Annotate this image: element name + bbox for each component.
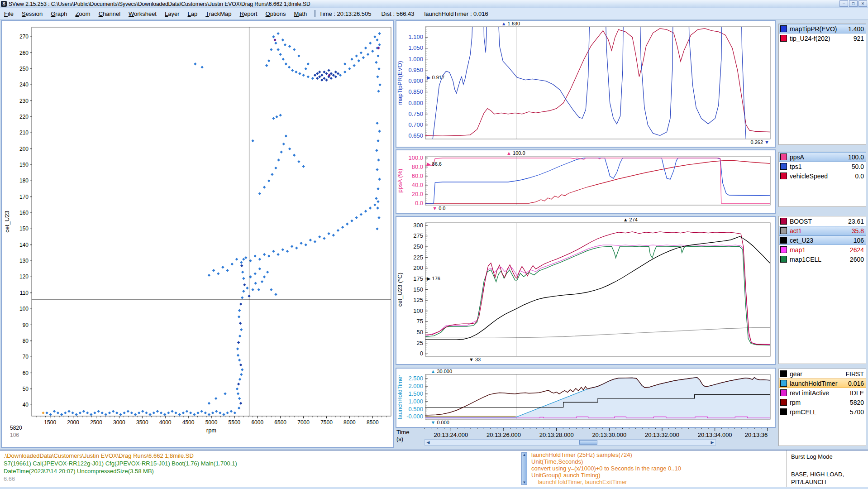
minimize-button[interactable]: – xyxy=(839,0,848,7)
svg-text:5000: 5000 xyxy=(205,419,218,426)
legend-row-cet-u23[interactable]: cet_U23106 xyxy=(779,235,866,245)
legend-row-vehiclespeed[interactable]: vehicleSpeed0.0 xyxy=(779,171,866,181)
menu-channel[interactable]: Channel xyxy=(95,9,124,19)
svg-text:100: 100 xyxy=(19,306,29,312)
channel-name: ppsA xyxy=(790,153,848,161)
maximize-button[interactable]: □ xyxy=(849,0,858,7)
channel-name: BOOST xyxy=(790,218,848,225)
axis-title-ppsa: ppsA (%) xyxy=(396,169,403,193)
channel-value: 50.0 xyxy=(852,163,864,170)
channel-value: 23.61 xyxy=(848,218,864,225)
legend-row-maptippr-evo[interactable]: mapTipPR(EVO)1.400 xyxy=(779,24,866,34)
scatter-plot-cet-vs-rpm[interactable]: 4050607080901001101201301401501601701801… xyxy=(2,21,393,447)
svg-text:210: 210 xyxy=(19,129,29,136)
svg-text:1.050: 1.050 xyxy=(408,44,423,51)
channel-swatch-icon xyxy=(780,153,787,160)
legend-row-act1[interactable]: act135.8 xyxy=(779,226,866,235)
menu-trackmap[interactable]: TrackMap xyxy=(201,9,235,19)
scatter-plot-panel[interactable]: 4050607080901001101201301401501601701801… xyxy=(1,20,394,448)
menu-worksheet[interactable]: Worksheet xyxy=(124,9,161,19)
svg-text:60: 60 xyxy=(23,370,29,376)
channel-swatch-icon xyxy=(780,25,787,32)
legend-row-boost[interactable]: BOOST23.61 xyxy=(779,216,866,226)
scroll-down-icon[interactable]: ▼ xyxy=(523,480,526,484)
legend-row-tps1[interactable]: tps150.0 xyxy=(779,162,866,171)
status-dist: Dist : 566.43 xyxy=(381,10,414,17)
legend-row-rpmcell[interactable]: rpmCELL5700 xyxy=(779,407,866,417)
channel-name: rpm xyxy=(790,399,850,406)
channel-info-line: launchHoldTimer, launchExitTimer xyxy=(531,479,681,485)
channel-info-line: launchHoldTimer (25Hz) samples(724) xyxy=(531,451,681,458)
status-launchholdtimer: launchHoldTimer : 0.016 xyxy=(424,10,488,17)
time-scrollbar[interactable]: ◀ ▶ xyxy=(424,439,716,446)
menu-session[interactable]: Session xyxy=(18,9,47,19)
channel-value: 1.400 xyxy=(848,25,864,33)
plot-cet-u23[interactable]: 0255075100125150175200225250275300cet_U2… xyxy=(396,217,773,362)
min-marker: ▼ 0.0 xyxy=(432,206,445,211)
svg-text:300: 300 xyxy=(413,222,423,229)
svg-text:250: 250 xyxy=(19,66,29,72)
scroll-right-icon[interactable]: ▶ xyxy=(709,440,715,445)
svg-text:1.100: 1.100 xyxy=(408,34,423,40)
log-info-line: 6.66 xyxy=(4,475,237,483)
svg-text:0.500: 0.500 xyxy=(408,406,423,412)
legend-row-revlimitactive[interactable]: revLimitActiveIDLE xyxy=(779,388,866,398)
menu-lap[interactable]: Lap xyxy=(184,9,202,19)
legend-launch: gearFIRSTlaunchHoldTimer0.016revLimitAct… xyxy=(778,369,866,446)
svg-text:6500: 6500 xyxy=(274,419,286,426)
svg-text:125: 125 xyxy=(413,297,423,303)
plot-maptippr[interactable]: 0.6500.7000.7500.8000.8500.9000.9501.000… xyxy=(396,21,773,145)
time-scrollbar-thumb[interactable] xyxy=(579,440,597,445)
legend-row-rpm[interactable]: rpm5820 xyxy=(779,398,866,407)
svg-text:25: 25 xyxy=(417,340,423,346)
legend-row-launchholdtimer[interactable]: launchHoldTimer0.016 xyxy=(779,379,866,388)
menu-options[interactable]: Options xyxy=(262,9,290,19)
legend-row-ppsa[interactable]: ppsA100.0 xyxy=(779,152,866,162)
legend-row-tip-u24-f-202[interactable]: tip_U24-f(202)921 xyxy=(779,34,866,43)
menu-file[interactable]: File xyxy=(0,9,18,19)
chart-cet-u23[interactable]: 0255075100125150175200225250275300cet_U2… xyxy=(396,216,776,365)
svg-text:7000: 7000 xyxy=(297,419,310,426)
menu-zoom[interactable]: Zoom xyxy=(71,9,94,19)
scroll-left-icon[interactable]: ◀ xyxy=(425,440,431,445)
legend-row-gear[interactable]: gearFIRST xyxy=(779,369,866,379)
plot-ppsa[interactable]: 0.020.040.060.080.0100.0ppsA (%)▲ 100.0▶… xyxy=(396,150,773,211)
svg-text:1.000: 1.000 xyxy=(408,56,423,62)
menu-math[interactable]: Math xyxy=(290,9,311,19)
channel-swatch-icon xyxy=(780,389,787,396)
channel-info-scrollbar[interactable]: ▲ ▼ xyxy=(521,452,527,485)
chart-ppsa[interactable]: 0.020.040.060.080.0100.0ppsA (%)▲ 100.0▶… xyxy=(396,149,776,214)
svg-text:4500: 4500 xyxy=(182,419,195,426)
legend-ppsa: ppsA100.0tps150.0vehicleSpeed0.0 xyxy=(778,152,866,207)
channel-value: 100.0 xyxy=(848,153,864,161)
menu-layer[interactable]: Layer xyxy=(161,9,184,19)
svg-text:80: 80 xyxy=(23,338,29,344)
sview-application-window: S SView 2.15.253 : C:\Users\Public\Docum… xyxy=(0,0,868,489)
svg-text:2500: 2500 xyxy=(90,419,102,426)
plot-launchholdtimer[interactable]: 2.5002.0001.5001.0000.500-0.000launchHol… xyxy=(396,369,773,425)
channel-swatch-icon xyxy=(780,163,787,170)
channel-name: launchHoldTimer xyxy=(790,380,848,387)
legend-row-map1[interactable]: map12624 xyxy=(779,245,866,254)
channel-name: tip_U24-f(202) xyxy=(790,35,854,42)
close-button[interactable]: ✕ xyxy=(858,0,867,7)
chart-maptippr[interactable]: 0.6500.7000.7500.8000.8500.9000.9501.000… xyxy=(396,20,776,148)
scroll-up-icon[interactable]: ▲ xyxy=(523,453,526,457)
time-tick-label: 20:13:34.000 xyxy=(698,431,732,438)
menu-report[interactable]: Report xyxy=(236,9,262,19)
channel-value: 5700 xyxy=(850,408,864,416)
chart-launchholdtimer[interactable]: 2.5002.0001.5001.0000.500-0.000launchHol… xyxy=(396,368,776,428)
svg-text:70: 70 xyxy=(23,354,29,360)
titlebar[interactable]: S SView 2.15.253 : C:\Users\Public\Docum… xyxy=(0,0,868,8)
svg-text:1.000: 1.000 xyxy=(408,398,423,405)
app-icon: S xyxy=(1,1,7,7)
svg-text:220: 220 xyxy=(19,114,29,120)
svg-text:225: 225 xyxy=(413,254,423,261)
scatter-cursor-rpm-value: 5820 xyxy=(10,425,22,431)
channel-value: 5820 xyxy=(850,399,864,406)
legend-row-map1cell[interactable]: map1CELL2600 xyxy=(779,254,866,264)
channel-name: rpmCELL xyxy=(790,408,850,416)
menu-graph[interactable]: Graph xyxy=(47,9,71,19)
channel-swatch-icon xyxy=(780,173,787,179)
svg-text:0.650: 0.650 xyxy=(408,132,423,139)
